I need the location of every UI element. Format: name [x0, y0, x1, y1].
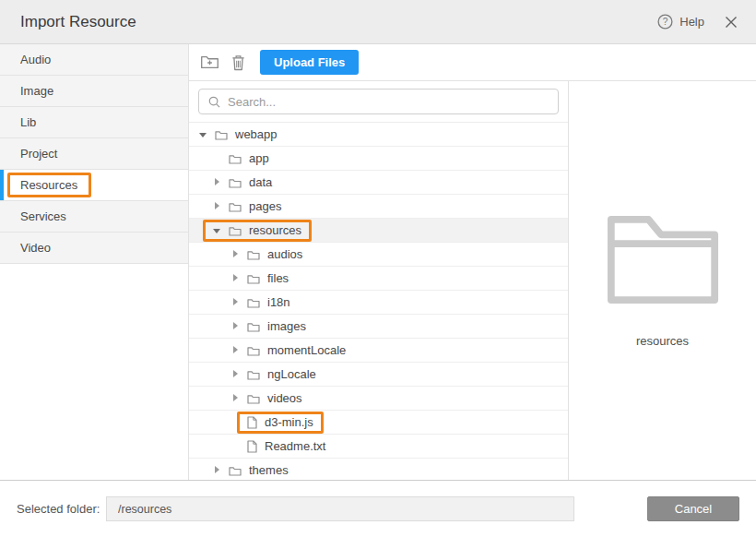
tree-row-inner: d3-min.js	[237, 412, 324, 434]
sidebar-item-label-box: Lib	[7, 110, 50, 135]
caret-down-icon[interactable]	[213, 226, 221, 235]
caret-right-icon[interactable]	[213, 178, 221, 187]
tree-row-files[interactable]: files	[189, 267, 568, 291]
sidebar-item-label-box: Video	[7, 235, 65, 260]
help-label: Help	[679, 15, 704, 29]
folder-icon	[607, 215, 719, 304]
caret-right-icon[interactable]	[231, 322, 240, 331]
caret-right-icon[interactable]	[213, 466, 221, 475]
tree-row-audios[interactable]: audios	[189, 243, 568, 267]
sidebar-item-project[interactable]: Project	[0, 138, 188, 170]
folder-icon	[229, 153, 242, 164]
import-resource-dialog: Import Resource ? Help Audio Image	[0, 0, 756, 537]
tree-row-resources[interactable]: resources	[189, 219, 568, 243]
caret-right-icon[interactable]	[231, 394, 240, 403]
folder-icon	[247, 345, 260, 356]
tree-row-images[interactable]: images	[189, 315, 568, 339]
tree-row-inner: audios	[221, 244, 313, 266]
sidebar-item-label-box: Services	[7, 204, 80, 229]
tree-node-label: d3-min.js	[265, 415, 313, 429]
sidebar-item-label: Audio	[20, 53, 51, 66]
sidebar-item-image[interactable]: Image	[0, 76, 188, 107]
search-box	[198, 89, 559, 114]
sidebar-item-label: Lib	[20, 115, 36, 129]
sidebar-item-label-box: Image	[7, 78, 67, 103]
tree-row-inner: files	[221, 268, 299, 290]
tree-row-inner: pages	[203, 196, 291, 218]
caret-right-icon[interactable]	[231, 298, 240, 307]
delete-button[interactable]	[231, 54, 245, 71]
close-button[interactable]	[725, 16, 738, 29]
preview-caption: resources	[636, 334, 689, 348]
tree-node-label: videos	[267, 391, 302, 405]
tree-node-label: ngLocale	[267, 367, 316, 381]
sidebar-item-video[interactable]: Video	[0, 233, 188, 264]
file-icon	[247, 440, 257, 453]
folder-icon	[229, 225, 242, 236]
main-panel: Upload Files	[189, 44, 756, 480]
tree-node-label: images	[267, 319, 306, 333]
tree-row-videos[interactable]: videos	[189, 387, 568, 411]
tree-node-label: i18n	[267, 295, 290, 309]
search-bar	[189, 81, 568, 123]
tree-row-readme.txt[interactable]: Readme.txt	[189, 435, 568, 459]
tree-node-label: audios	[267, 247, 302, 261]
folder-icon	[247, 249, 260, 260]
folder-icon	[247, 393, 260, 404]
tree-node-label: resources	[249, 223, 301, 237]
tree-node-label: pages	[249, 199, 281, 213]
tree-row-inner: images	[221, 316, 316, 338]
caret-right-icon[interactable]	[231, 250, 240, 259]
caret-right-icon[interactable]	[231, 274, 240, 283]
search-input[interactable]	[228, 95, 549, 109]
folder-icon	[229, 465, 242, 476]
tree-node-label: momentLocale	[267, 343, 346, 357]
upload-files-button[interactable]: Upload Files	[260, 50, 359, 75]
file-tree: webapp app data	[189, 123, 568, 480]
caret-right-icon[interactable]	[231, 370, 240, 379]
tree-row-inner: ngLocale	[221, 364, 326, 386]
tree-node-label: data	[249, 175, 272, 189]
tree-row-d3-min.js[interactable]: d3-min.js	[189, 411, 568, 435]
tree-row-data[interactable]: data	[189, 171, 568, 195]
tree-row-momentlocale[interactable]: momentLocale	[189, 339, 568, 363]
tree-node-label: themes	[249, 463, 289, 477]
dialog-body: Audio Image Lib Project Resources Servic…	[0, 44, 756, 480]
svg-text:?: ?	[663, 17, 668, 27]
tree-row-inner: videos	[221, 388, 313, 410]
folder-icon	[247, 273, 260, 284]
category-sidebar: Audio Image Lib Project Resources Servic…	[0, 44, 189, 480]
sidebar-item-resources[interactable]: Resources	[0, 170, 188, 201]
folder-icon	[247, 369, 260, 380]
selected-folder-input[interactable]	[106, 496, 574, 521]
folder-icon	[247, 297, 260, 308]
new-folder-button[interactable]	[200, 54, 219, 70]
tree-row-pages[interactable]: pages	[189, 195, 568, 219]
close-icon	[725, 16, 738, 29]
tree-row-inner: data	[203, 172, 282, 194]
caret-right-icon[interactable]	[231, 346, 240, 355]
folder-icon	[229, 201, 242, 212]
cancel-button[interactable]: Cancel	[647, 496, 739, 521]
sidebar-item-audio[interactable]: Audio	[0, 44, 188, 76]
file-toolbar: Upload Files	[189, 44, 756, 81]
tree-row-inner: i18n	[221, 292, 301, 314]
tree-row-app[interactable]: app	[189, 147, 568, 171]
help-button[interactable]: ? Help	[657, 14, 704, 30]
tree-row-webapp[interactable]: webapp	[189, 123, 568, 147]
dialog-header: Import Resource ? Help	[0, 0, 756, 44]
sidebar-item-lib[interactable]: Lib	[0, 107, 188, 138]
folder-icon	[215, 129, 228, 140]
caret-right-icon[interactable]	[213, 202, 221, 211]
dialog-title: Import Resource	[20, 13, 136, 31]
header-actions: ? Help	[657, 14, 738, 30]
tree-row-i18n[interactable]: i18n	[189, 291, 568, 315]
tree-row-inner: resources	[203, 220, 312, 242]
tree-row-themes[interactable]: themes	[189, 459, 568, 480]
file-tree-panel: webapp app data	[189, 81, 569, 480]
search-icon	[208, 96, 220, 108]
tree-row-nglocale[interactable]: ngLocale	[189, 363, 568, 387]
caret-down-icon[interactable]	[199, 130, 207, 139]
sidebar-item-services[interactable]: Services	[0, 201, 188, 233]
file-icon	[247, 416, 257, 429]
